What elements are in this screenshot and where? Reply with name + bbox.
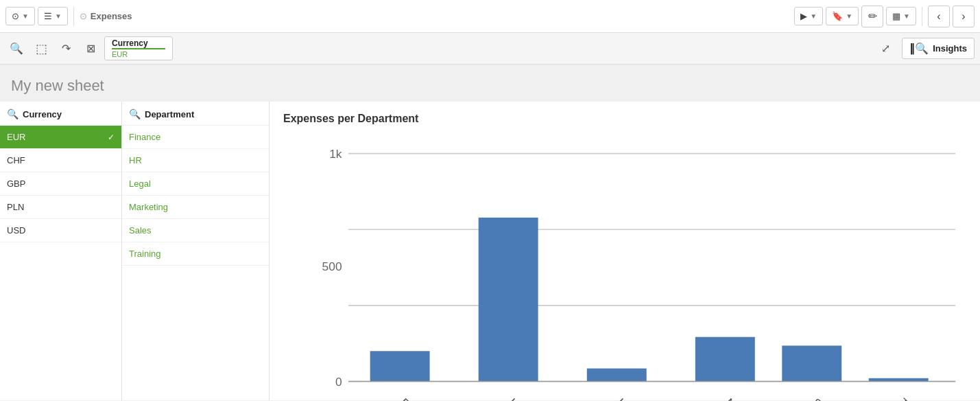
bar-marketing[interactable] xyxy=(695,337,755,382)
bar-sales[interactable] xyxy=(782,345,841,381)
zoom-icon: 🔍 xyxy=(10,42,23,55)
bookmark-button[interactable]: 🔖 ▼ xyxy=(826,7,859,25)
check-icon-eur: ✓ xyxy=(108,133,115,142)
dept-label-marketing: Marketing xyxy=(129,202,168,212)
filter-chip-value: EUR xyxy=(112,48,165,58)
svg-text:500: 500 xyxy=(322,260,342,273)
dept-label-training: Training xyxy=(129,249,160,259)
currency-panel: 🔍 Currency EUR ✓ CHF GBP PLN USD xyxy=(0,102,122,400)
bar-hr[interactable] xyxy=(479,218,538,382)
x-label-hr: HR xyxy=(506,396,528,401)
list-caret: ▼ xyxy=(55,12,62,20)
department-panel: 🔍 Department Finance HR Legal Marketing … xyxy=(122,102,270,400)
clear-icon: ⊠ xyxy=(86,42,95,55)
bar-legal[interactable] xyxy=(587,369,647,382)
expand-icon[interactable]: ⤢ xyxy=(874,38,896,60)
dept-label-legal: Legal xyxy=(129,179,151,189)
currency-search-icon: 🔍 xyxy=(7,108,19,119)
compass-caret: ▼ xyxy=(22,12,29,20)
clear-select-icon[interactable]: ⊠ xyxy=(80,38,101,60)
redo-select-icon[interactable]: ↷ xyxy=(55,38,77,60)
currency-item-pln[interactable]: PLN xyxy=(0,196,121,219)
currency-label-eur: EUR xyxy=(7,132,25,142)
x-label-sales: Sales xyxy=(809,396,840,401)
currency-label-pln: PLN xyxy=(7,202,24,212)
dept-search-icon: 🔍 xyxy=(129,108,141,119)
sheet-title-bar: My new sheet xyxy=(0,65,980,102)
currency-label-usd: USD xyxy=(7,225,25,236)
app-title: Expenses xyxy=(91,11,132,21)
dept-label-hr: HR xyxy=(129,155,142,165)
insights-button[interactable]: ∥🔍 Insights xyxy=(902,38,975,59)
edit-button[interactable]: ✏ xyxy=(861,5,883,27)
expand-arrows-icon: ⤢ xyxy=(881,42,890,55)
bar-finance[interactable] xyxy=(370,351,430,381)
currency-panel-title: Currency xyxy=(23,109,62,119)
x-label-marketing: Marketing xyxy=(723,396,769,401)
app-icon: ⊙ xyxy=(80,11,87,21)
y-axis-label: Amount xyxy=(283,132,294,401)
pencil-icon: ✏ xyxy=(868,10,877,23)
currency-item-chf[interactable]: CHF xyxy=(0,149,121,172)
list-button[interactable]: ☰ ▼ xyxy=(38,7,68,25)
dept-item-sales[interactable]: Sales xyxy=(122,219,269,242)
currency-item-usd[interactable]: USD xyxy=(0,219,121,242)
dept-item-marketing[interactable]: Marketing xyxy=(122,196,269,219)
chart-type-button[interactable]: ▦ ▼ xyxy=(886,7,916,25)
insights-label: Insights xyxy=(933,43,967,54)
forward-icon: › xyxy=(961,10,965,23)
dept-label-finance: Finance xyxy=(129,132,160,142)
department-panel-header: 🔍 Department xyxy=(122,102,269,126)
back-button[interactable]: ‹ xyxy=(928,5,950,27)
compass-button[interactable]: ⊙ ▼ xyxy=(5,7,35,25)
x-label-legal: Legal xyxy=(614,396,645,401)
play-caret: ▼ xyxy=(810,12,817,20)
back-icon: ‹ xyxy=(937,10,940,23)
play-button[interactable]: ▶ ▼ xyxy=(794,7,823,25)
toolbar-left: ⊙ ▼ ☰ ▼ ⊙ Expenses xyxy=(5,7,132,26)
chart-wrapper: Amount 0 500 1k xyxy=(283,132,966,401)
x-label-training: Training xyxy=(896,396,936,401)
currency-item-eur[interactable]: EUR ✓ xyxy=(0,126,121,149)
filter-bar: 🔍 ⬚ ↷ ⊠ Currency EUR ⤢ ∥🔍 Insights xyxy=(0,33,980,65)
dept-item-legal[interactable]: Legal xyxy=(122,172,269,196)
toolbar-separator-1 xyxy=(73,7,74,26)
dept-item-finance[interactable]: Finance xyxy=(122,126,269,149)
dept-item-training[interactable]: Training xyxy=(122,242,269,266)
lasso-icon: ⬚ xyxy=(36,41,47,56)
currency-label-chf: CHF xyxy=(7,155,25,165)
currency-item-gbp[interactable]: GBP xyxy=(0,172,121,196)
bookmark-icon: 🔖 xyxy=(832,11,843,21)
search-filter-icon[interactable]: 🔍 xyxy=(5,38,27,60)
currency-panel-header: 🔍 Currency xyxy=(0,102,121,126)
forward-button[interactable]: › xyxy=(953,5,975,27)
bookmark-caret: ▼ xyxy=(846,12,852,20)
dept-item-hr[interactable]: HR xyxy=(122,149,269,172)
svg-text:0: 0 xyxy=(335,375,342,389)
dept-label-sales: Sales xyxy=(129,225,152,236)
filter-bar-right: ⤢ ∥🔍 Insights xyxy=(874,38,975,60)
x-label-finance: Finance xyxy=(397,396,437,401)
chart-svg-container: 0 500 1k xyxy=(294,132,966,401)
filter-chip-title: Currency xyxy=(112,38,165,48)
bar-chart: 0 500 1k xyxy=(294,132,966,401)
currency-label-gbp: GBP xyxy=(7,179,25,189)
list-icon: ☰ xyxy=(44,11,52,21)
chart-caret: ▼ xyxy=(903,12,910,20)
chart-area: Expenses per Department Amount 0 500 1k xyxy=(270,102,980,400)
app-title-area: ⊙ Expenses xyxy=(80,11,132,21)
chart-icon: ▦ xyxy=(892,11,900,21)
department-panel-title: Department xyxy=(145,109,194,119)
chart-title: Expenses per Department xyxy=(283,113,966,125)
play-icon: ▶ xyxy=(800,11,807,21)
redo-icon: ↷ xyxy=(62,42,71,55)
top-toolbar: ⊙ ▼ ☰ ▼ ⊙ Expenses ▶ ▼ 🔖 ▼ ✏ ▦ ▼ ‹ xyxy=(0,0,980,33)
lasso-select-icon[interactable]: ⬚ xyxy=(30,38,52,60)
svg-text:1k: 1k xyxy=(329,147,342,161)
currency-filter-chip[interactable]: Currency EUR xyxy=(104,36,173,60)
insights-chart-icon: ∥🔍 xyxy=(909,42,929,55)
main-content: 🔍 Currency EUR ✓ CHF GBP PLN USD 🔍 Depar… xyxy=(0,102,980,400)
toolbar-separator-2 xyxy=(922,7,922,26)
compass-icon: ⊙ xyxy=(12,11,19,21)
sheet-title: My new sheet xyxy=(11,77,104,94)
